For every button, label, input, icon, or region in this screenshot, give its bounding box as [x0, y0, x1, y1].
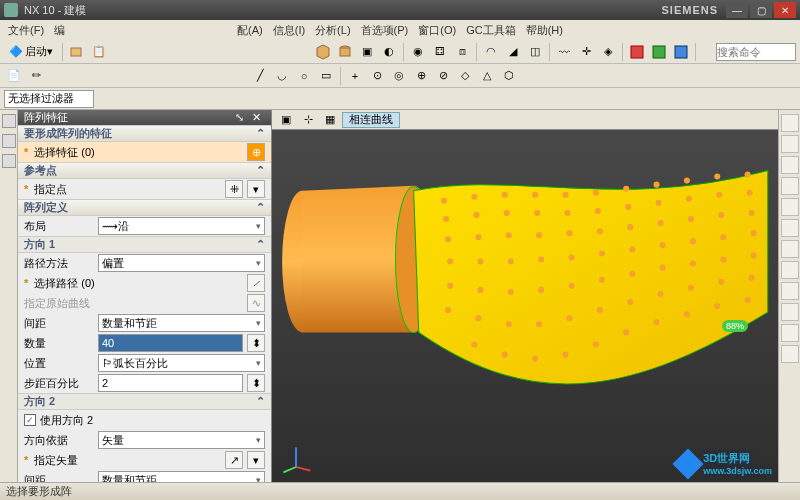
- dir-basis-select[interactable]: 矢量: [98, 431, 265, 449]
- snap7-icon[interactable]: ⬡: [499, 66, 519, 86]
- menu-analyze[interactable]: 分析(L): [311, 23, 354, 38]
- position-select[interactable]: 🏳 弧长百分比: [98, 354, 265, 372]
- use-dir2-checkbox[interactable]: ✓: [24, 414, 36, 426]
- box-icon[interactable]: [67, 42, 87, 62]
- path-picker-icon[interactable]: ⟋: [247, 274, 265, 292]
- select-feature-row[interactable]: *选择特征 (0) ⊕: [18, 142, 271, 162]
- rt-pan-icon[interactable]: [781, 156, 799, 174]
- arc-icon[interactable]: ◡: [272, 66, 292, 86]
- nav-asm-icon[interactable]: [2, 134, 16, 148]
- note-icon[interactable]: 📋: [89, 42, 109, 62]
- snap3-icon[interactable]: ⊕: [411, 66, 431, 86]
- menu-window[interactable]: 窗口(O): [414, 23, 460, 38]
- extrude-icon[interactable]: ▣: [357, 42, 377, 62]
- rt-save-icon[interactable]: [781, 303, 799, 321]
- vp-axis-icon[interactable]: ⊹: [298, 110, 318, 130]
- menu-edit[interactable]: 编: [50, 23, 69, 38]
- view-triad-icon[interactable]: [278, 440, 314, 476]
- rt-wire-icon[interactable]: [781, 219, 799, 237]
- rect-icon[interactable]: ▭: [316, 66, 336, 86]
- point-icon[interactable]: ✛: [576, 42, 596, 62]
- snap4-icon[interactable]: ⊘: [433, 66, 453, 86]
- curve-icon[interactable]: 〰: [554, 42, 574, 62]
- hole-icon[interactable]: ◉: [408, 42, 428, 62]
- vector-picker-icon[interactable]: ↗: [225, 451, 243, 469]
- rt-zoom100-icon[interactable]: [781, 345, 799, 363]
- panel-close-button[interactable]: ✕: [248, 111, 265, 124]
- svg-point-12: [562, 192, 568, 198]
- count-input[interactable]: 40: [98, 334, 243, 352]
- nav-history-icon[interactable]: [2, 154, 16, 168]
- chamfer-icon[interactable]: ◢: [503, 42, 523, 62]
- plus-icon[interactable]: +: [345, 66, 365, 86]
- vector-menu-icon[interactable]: ▾: [247, 451, 265, 469]
- section-dir1[interactable]: 方向 1⌃: [18, 236, 271, 253]
- surface-icon[interactable]: ◈: [598, 42, 618, 62]
- pitch-pct-input[interactable]: 2: [98, 374, 243, 392]
- blue-cube-icon[interactable]: [671, 42, 691, 62]
- rt-bg-icon[interactable]: [781, 324, 799, 342]
- rt-clip-icon[interactable]: [781, 261, 799, 279]
- green-cube-icon[interactable]: [649, 42, 669, 62]
- new-icon[interactable]: 📄: [4, 66, 24, 86]
- minimize-button[interactable]: —: [726, 2, 748, 18]
- close-button[interactable]: ✕: [774, 2, 796, 18]
- line-icon[interactable]: ╱: [250, 66, 270, 86]
- point-picker-icon[interactable]: ⁜: [225, 180, 243, 198]
- rt-view-icon[interactable]: [781, 282, 799, 300]
- specify-vector-row[interactable]: *指定矢量 ↗ ▾: [18, 450, 271, 470]
- fillet-icon[interactable]: ◠: [481, 42, 501, 62]
- select-feature-icon[interactable]: ⊕: [247, 143, 265, 161]
- revolve-icon[interactable]: ◐: [379, 42, 399, 62]
- point-menu-icon[interactable]: ▾: [247, 180, 265, 198]
- section-features[interactable]: 要形成阵列的特征⌃: [18, 125, 271, 142]
- snap-circle-icon[interactable]: ⊙: [367, 66, 387, 86]
- sketch-icon[interactable]: ✏: [26, 66, 46, 86]
- rt-zoom-icon[interactable]: [781, 135, 799, 153]
- pattern-icon[interactable]: ⚃: [430, 42, 450, 62]
- rt-layer-icon[interactable]: [781, 240, 799, 258]
- menu-file[interactable]: 文件(F): [4, 23, 48, 38]
- snap6-icon[interactable]: △: [477, 66, 497, 86]
- rt-rotate-icon[interactable]: [781, 177, 799, 195]
- selection-filter-select[interactable]: 无选择过滤器: [4, 90, 94, 108]
- panel-undock-button[interactable]: ⤡: [231, 111, 248, 124]
- vp-grid-icon[interactable]: ▦: [320, 110, 340, 130]
- path-method-select[interactable]: 偏置: [98, 254, 265, 272]
- rt-shade-icon[interactable]: [781, 198, 799, 216]
- count-spinner[interactable]: ⬍: [247, 334, 265, 352]
- layout-select[interactable]: ⟿ 沿: [98, 217, 265, 235]
- snap2-icon[interactable]: ◎: [389, 66, 409, 86]
- shell-icon[interactable]: ◫: [525, 42, 545, 62]
- svg-rect-5: [675, 46, 687, 58]
- mirror-icon[interactable]: ⧈: [452, 42, 472, 62]
- menu-info[interactable]: 信息(I): [269, 23, 309, 38]
- rt-fit-icon[interactable]: [781, 114, 799, 132]
- curve-rule-tag[interactable]: 相连曲线: [342, 112, 400, 128]
- snap5-icon[interactable]: ◇: [455, 66, 475, 86]
- spacing2-select[interactable]: 数量和节距: [98, 471, 265, 482]
- select-path-row[interactable]: *选择路径 (0) ⟋: [18, 273, 271, 293]
- section-reference[interactable]: 参考点⌃: [18, 162, 271, 179]
- launch-button[interactable]: 🔷启动▾: [4, 42, 58, 62]
- section-definition[interactable]: 阵列定义⌃: [18, 199, 271, 216]
- cube-icon[interactable]: [313, 42, 333, 62]
- menu-gctoolbox[interactable]: GC工具箱: [462, 23, 520, 38]
- spacing-select[interactable]: 数量和节距: [98, 314, 265, 332]
- svg-point-49: [690, 238, 696, 244]
- command-search-input[interactable]: [716, 43, 796, 61]
- section-dir2[interactable]: 方向 2⌃: [18, 393, 271, 410]
- menu-help[interactable]: 帮助(H): [522, 23, 567, 38]
- specify-point-row[interactable]: *指定点 ⁜ ▾: [18, 179, 271, 199]
- circle-icon[interactable]: ○: [294, 66, 314, 86]
- use-dir2-row[interactable]: ✓ 使用方向 2: [18, 410, 271, 430]
- nav-part-icon[interactable]: [2, 114, 16, 128]
- red-box-icon[interactable]: [627, 42, 647, 62]
- vp-cube-icon[interactable]: ▣: [276, 110, 296, 130]
- maximize-button[interactable]: ▢: [750, 2, 772, 18]
- graphics-viewport[interactable]: ▣ ⊹ ▦ 相连曲线 88%: [272, 110, 778, 482]
- menu-preferences[interactable]: 首选项(P): [357, 23, 413, 38]
- pitch-spinner[interactable]: ⬍: [247, 374, 265, 392]
- menu-assemble[interactable]: 配(A): [233, 23, 267, 38]
- cylinder-icon[interactable]: [335, 42, 355, 62]
